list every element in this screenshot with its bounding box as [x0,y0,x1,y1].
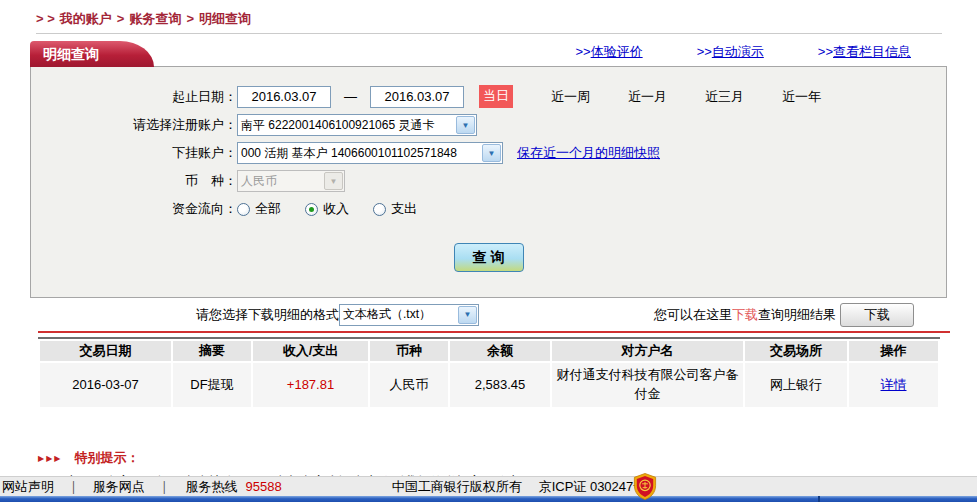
download-hint-suffix: 查询明细结果 [758,306,836,324]
radio-flow-all[interactable]: 全部 [237,200,281,218]
divider [36,33,942,34]
notice-title: 特别提示： [74,450,139,465]
cell-currency: 人民币 [370,363,448,407]
link-view-column-info[interactable]: >>查看栏目信息 [818,43,911,61]
cell-counterparty: 财付通支付科技有限公司客户备付金 [552,363,743,407]
download-row: 请您选择下载明细的格式 文本格式（.txt） ▼ 您可以在这里 下载 查询明细结… [30,301,947,328]
range-last-3-months-link[interactable]: 近三月 [705,88,744,106]
cell-balance: 2,583.45 [450,363,550,407]
date-range-label: 起止日期： [31,88,237,106]
notice-title-row: ▶▶▶特别提示： [38,449,977,467]
download-inline-link[interactable]: 下载 [732,306,758,324]
header-currency: 币种 [370,341,448,361]
header-transaction-date: 交易日期 [40,341,171,361]
result-table: 交易日期 摘要 收入/支出 币种 余额 对方户名 交易场所 操作 2016-03… [38,337,940,409]
footer-copyright: 中国工商银行版权所有 [392,478,522,496]
footer-separator: ｜ [67,478,80,496]
range-last-year-link[interactable]: 近一年 [782,88,821,106]
download-button[interactable]: 下载 [840,303,914,327]
link-experience-evaluation[interactable]: >>体验评价 [575,43,642,61]
detail-link[interactable]: 详情 [881,377,907,392]
tab-detail-query[interactable]: 明细查询 [30,41,154,67]
footer-separator: ｜ [158,478,171,496]
query-button-row: 查 询 [31,243,946,272]
footer: 网站声明 ｜ 服务网点 ｜ 服务热线 95588 中国工商银行版权所有 京ICP… [0,476,977,502]
radio-circle-icon [305,203,318,216]
tab-row: 明细查询 >>体验评价 >>自动演示 >>查看栏目信息 [30,40,947,66]
sub-account-select[interactable]: 000 活期 基本户 1406600101102571848 ▼ [237,142,503,164]
registered-account-select[interactable]: 南平 6222001406100921065 灵通卡 ▼ [237,114,477,136]
range-last-month-link[interactable]: 近一月 [628,88,667,106]
breadcrumb-separator: > [117,11,125,26]
dropdown-arrow-icon: ▼ [482,144,501,162]
header-balance: 余额 [450,341,550,361]
download-hint-group: 您可以在这里 下载 查询明细结果 下载 [654,303,947,327]
query-button[interactable]: 查 询 [454,243,524,272]
header-income-expense: 收入/支出 [253,341,368,361]
red-divider [38,331,950,333]
currency-row: 币 种： 人民币 ▼ [31,170,946,192]
selected-account-value: 南平 6222001406100921065 灵通卡 [238,117,455,134]
currency-label: 币 种： [31,172,237,190]
currency-select-disabled: 人民币 ▼ [237,170,345,192]
sub-account-label: 下挂账户： [31,144,237,162]
dropdown-arrow-icon: ▼ [324,172,343,190]
link-label: 自动演示 [712,44,764,59]
download-format-select[interactable]: 文本格式（.txt） ▼ [339,304,479,326]
footer-bar: 网站声明 ｜ 服务网点 ｜ 服务热线 95588 中国工商银行版权所有 京ICP… [0,476,977,496]
breadcrumb-item-account-query[interactable]: 账务查询 [129,11,181,26]
footer-blue-bar [0,496,977,502]
link-prefix: >> [818,44,833,59]
selected-currency-value: 人民币 [238,173,323,190]
registered-account-label: 请选择注册账户： [31,116,237,134]
link-label: 体验评价 [591,44,643,59]
link-auto-demo[interactable]: >>自动演示 [697,43,764,61]
header-action: 操作 [849,341,938,361]
dropdown-arrow-icon: ▼ [458,306,477,324]
radio-circle-icon [373,203,386,216]
breadcrumb-item-detail-query[interactable]: 明细查询 [199,11,251,26]
header-summary: 摘要 [173,341,251,361]
radio-flow-expense[interactable]: 支出 [373,200,417,218]
triple-arrow-icon: ▶▶▶ [38,454,62,463]
sub-account-row: 下挂账户： 000 活期 基本户 1406600101102571848 ▼ 保… [31,142,946,164]
fund-flow-label: 资金流向： [31,200,237,218]
breadcrumb-item-my-account[interactable]: 我的账户 [60,11,112,26]
icbc-transaction-detail-page: > >我的账户>账务查询>明细查询 明细查询 >>体验评价 >>自动演示 >>查… [0,0,977,502]
breadcrumb: > >我的账户>账务查询>明细查询 [0,0,977,28]
breadcrumb-prefix: > > [36,11,55,26]
radio-circle-icon [237,203,250,216]
cell-summary: DF提现 [173,363,251,407]
radio-flow-expense-label: 支出 [391,200,417,218]
cell-amount: +187.81 [253,363,368,407]
download-hint-prefix: 您可以在这里 [654,306,732,324]
link-label: 查看栏目信息 [833,44,911,59]
link-prefix: >> [697,44,712,59]
header-counterparty: 对方户名 [552,341,743,361]
download-format-label: 请您选择下载明细的格式 [196,306,339,324]
table-row: 2016-03-07 DF提现 +187.81 人民币 2,583.45 财付通… [40,363,938,407]
date-from-input[interactable] [237,86,331,108]
header-channel: 交易场所 [745,341,847,361]
fund-flow-row: 资金流向： 全部 收入 支出 [31,198,946,220]
footer-hotline-number: 95588 [245,479,281,494]
radio-flow-all-label: 全部 [255,200,281,218]
footer-hotline-label: 服务热线 [185,478,237,496]
footer-icp-number: 京ICP证 030247号 [539,478,647,496]
top-links: >>体验评价 >>自动演示 >>查看栏目信息 [575,43,911,61]
radio-flow-income[interactable]: 收入 [305,200,349,218]
table-header-row: 交易日期 摘要 收入/支出 币种 余额 对方户名 交易场所 操作 [40,341,938,361]
date-to-input[interactable] [370,86,464,108]
dropdown-arrow-icon: ▼ [456,116,475,134]
save-monthly-snapshot-link[interactable]: 保存近一个月的明细快照 [517,144,660,162]
footer-link-service-outlets[interactable]: 服务网点 [93,478,145,496]
cell-transaction-date: 2016-03-07 [40,363,171,407]
today-button[interactable]: 当日 [479,85,513,108]
date-range-row: 起止日期： — 当日 近一周 近一月 近三月 近一年 [31,85,946,108]
footer-link-site-statement[interactable]: 网站声明 [2,478,54,496]
radio-flow-income-label: 收入 [323,200,349,218]
range-last-week-link[interactable]: 近一周 [551,88,590,106]
registered-account-row: 请选择注册账户： 南平 6222001406100921065 灵通卡 ▼ [31,114,946,136]
security-badge-icon[interactable] [633,473,657,500]
cell-channel: 网上银行 [745,363,847,407]
